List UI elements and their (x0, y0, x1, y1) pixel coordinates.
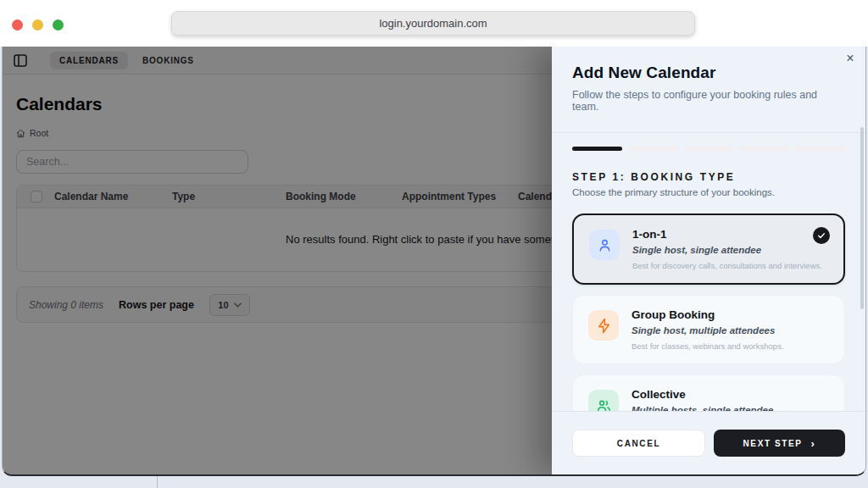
step-description: Choose the primary structure of your boo… (572, 187, 845, 197)
add-calendar-drawer: × Add New Calendar Follow the steps to c… (552, 47, 865, 474)
drawer-header: Add New Calendar Follow the steps to con… (552, 47, 865, 133)
cancel-button-label: CANCEL (617, 439, 660, 448)
cancel-button[interactable]: CANCEL (572, 430, 705, 457)
desktop-divider-line (157, 476, 158, 488)
progress-segment-4 (739, 147, 789, 151)
option-card-text: Group Booking Single host, multiple atte… (632, 308, 784, 351)
bolt-icon (588, 310, 619, 341)
option-description: Best for classes, webinars and workshops… (632, 341, 784, 351)
screen: login.yourdomain.com CALENDARS BOOKINGS (0, 0, 868, 488)
address-bar[interactable]: login.yourdomain.com (171, 11, 695, 36)
option-description: Best for discovery calls, consultations … (632, 261, 822, 270)
next-step-button-label: NEXT STEP (743, 439, 803, 448)
option-title: 1-on-1 (632, 228, 822, 241)
close-window-button[interactable] (12, 19, 23, 30)
option-subtitle: Single host, multiple attendees (632, 325, 784, 336)
drawer-scrollbar[interactable] (860, 127, 864, 309)
option-card-group-booking[interactable]: Group Booking Single host, multiple atte… (572, 295, 845, 364)
option-subtitle: Single host, single attendee (632, 245, 822, 255)
step-progress-bar (572, 147, 845, 151)
drawer-footer: CANCEL NEXT STEP › (552, 411, 865, 474)
drawer-title: Add New Calendar (572, 64, 845, 82)
option-title: Collective (632, 388, 804, 401)
option-card-1-on-1[interactable]: 1-on-1 Single host, single attendee Best… (572, 214, 845, 285)
selected-check-icon (813, 227, 830, 244)
minimize-window-button[interactable] (32, 19, 43, 30)
close-icon[interactable]: × (842, 50, 859, 67)
option-card-text: 1-on-1 Single host, single attendee Best… (632, 228, 822, 270)
progress-segment-5 (795, 147, 845, 151)
progress-segment-1 (572, 147, 622, 151)
booking-type-options: 1-on-1 Single host, single attendee Best… (572, 214, 845, 421)
step-heading: STEP 1: BOOKING TYPE (572, 171, 845, 183)
address-bar-url: login.yourdomain.com (379, 17, 487, 30)
zoom-window-button[interactable] (53, 19, 64, 30)
option-title: Group Booking (632, 308, 784, 321)
user-icon (589, 230, 620, 260)
progress-segment-2 (628, 147, 678, 151)
progress-segment-3 (684, 147, 734, 151)
window-controls (12, 19, 64, 30)
next-step-button[interactable]: NEXT STEP › (714, 430, 845, 457)
app-window: CALENDARS BOOKINGS Calendars Root (2, 47, 866, 476)
browser-chrome: login.yourdomain.com (0, 0, 868, 47)
drawer-body: STEP 1: BOOKING TYPE Choose the primary … (552, 133, 865, 421)
chevron-right-icon: › (811, 437, 816, 450)
drawer-subtitle: Follow the steps to configure your booki… (572, 89, 845, 113)
